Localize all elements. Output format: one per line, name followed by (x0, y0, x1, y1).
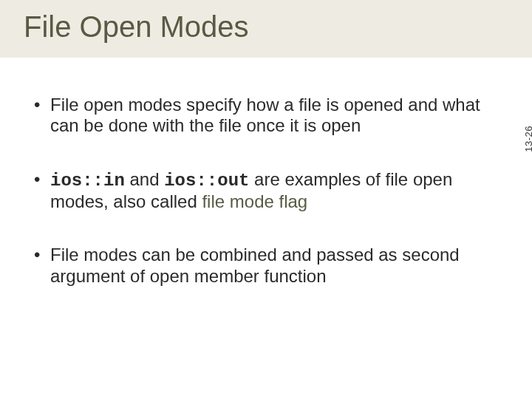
slide: File Open Modes File open modes specify … (0, 0, 532, 399)
code-ios-out: ios::out (164, 171, 249, 191)
bullet-1: File open modes specify how a file is op… (34, 95, 480, 137)
bullet-3: File modes can be combined and passed as… (34, 245, 480, 287)
title-band: File Open Modes (0, 0, 532, 58)
page-number: 13-26 (523, 126, 532, 152)
slide-body: File open modes specify how a file is op… (0, 58, 532, 287)
file-mode-flag-text: file mode flag (202, 191, 307, 211)
bullet-2-text-a: and (125, 169, 164, 189)
bullet-2: ios::in and ios::out are examples of fil… (34, 169, 480, 213)
code-ios-in: ios::in (50, 171, 125, 191)
bullet-list: File open modes specify how a file is op… (34, 95, 480, 287)
slide-title: File Open Modes (24, 10, 508, 43)
